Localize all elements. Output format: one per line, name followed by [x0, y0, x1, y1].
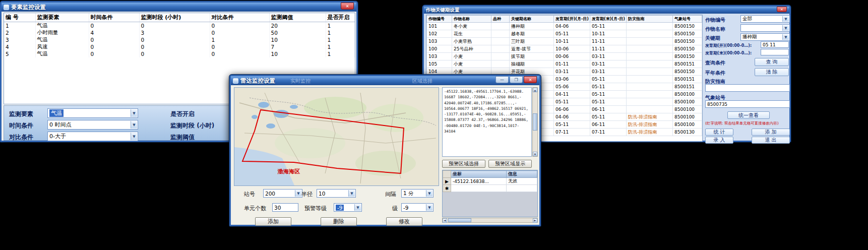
- header-row: 编 号监测要素时间条件监测时段 (小时)对比条件监测阈值是否开启: [4, 13, 355, 22]
- radius-select[interactable]: 10 ▼: [317, 189, 356, 198]
- table-cell: [627, 91, 673, 98]
- combo-value: -9: [403, 205, 408, 211]
- chevron-down-icon: ▼: [426, 204, 432, 211]
- scrollbar-thumb[interactable]: [533, 113, 537, 131]
- title-bar[interactable]: 雷达监控设置 实时监控 区域选择 — ❐ ✕: [231, 76, 539, 85]
- table-cell: 1: [326, 29, 355, 36]
- combo-value: -9: [336, 205, 344, 211]
- table-cell: 1: [326, 43, 355, 50]
- column-header: 对比条件: [210, 13, 269, 22]
- table-cell: 100: [427, 45, 452, 53]
- scrollbar-thumb[interactable]: [448, 218, 471, 222]
- table-row[interactable]: 5气温000101: [4, 50, 355, 57]
- maximize-button[interactable]: ❐: [510, 76, 523, 83]
- clear-button[interactable]: 清 除: [755, 68, 789, 76]
- table-row[interactable]: 4风速00071: [4, 43, 355, 50]
- title-bar[interactable]: 作物关键期设置 ✕: [424, 7, 789, 14]
- combo-value: 1 分: [403, 190, 414, 197]
- delete-button[interactable]: 删除: [321, 217, 357, 226]
- add-button[interactable]: 添 加: [752, 129, 790, 136]
- table-row[interactable]: 2小时雨量430501: [4, 29, 355, 36]
- disaster-guide-input[interactable]: [705, 84, 790, 92]
- table-row[interactable]: ▶-45122.16838...无效: [443, 178, 537, 185]
- table-cell: 8500100: [673, 91, 702, 98]
- unit-count-input[interactable]: 30: [272, 203, 298, 212]
- table-cell: 0: [210, 50, 269, 57]
- element-select[interactable]: 气温 ▼: [47, 108, 138, 118]
- close-button[interactable]: ✕: [777, 7, 787, 12]
- table-cell: 气温: [35, 50, 89, 57]
- table-cell: ▶: [443, 178, 451, 185]
- button-label: 预警区域显示: [495, 160, 525, 167]
- start-date-label: 发育期(开)(00:00-0…):: [705, 43, 752, 48]
- table-row[interactable]: 103小麦拔节期00-0603-118500150: [427, 53, 702, 60]
- grade-select[interactable]: -9 ▼: [401, 203, 433, 212]
- close-button[interactable]: ✕: [524, 76, 537, 83]
- window-title: 作物关键期设置: [426, 7, 460, 14]
- scroll-down-icon[interactable]: ▼: [533, 152, 537, 156]
- table-cell: 03-11: [590, 53, 627, 60]
- modify-button[interactable]: 修改: [386, 217, 422, 226]
- scrollbar-vertical[interactable]: ▲ ▼: [532, 87, 538, 157]
- scrollbar-horizontal[interactable]: ◀ ▶: [442, 218, 538, 223]
- table-cell: 103: [427, 53, 452, 60]
- table-cell: 04-11: [554, 91, 590, 98]
- station-id-input[interactable]: 8500735: [705, 100, 790, 108]
- normal-year-label: 平年条件: [705, 70, 725, 77]
- column-header: 作物编号: [427, 16, 452, 23]
- view-all-button[interactable]: 统一查看: [727, 111, 770, 119]
- input-record-button[interactable]: 录 入: [705, 137, 733, 144]
- exit-button[interactable]: 退 出: [752, 137, 790, 144]
- warning-level-select[interactable]: -9 ▼: [334, 203, 362, 212]
- lake: [258, 102, 269, 108]
- scroll-left-icon[interactable]: ◀: [443, 218, 447, 223]
- table-cell: 4: [4, 43, 35, 50]
- close-button[interactable]: ✕: [341, 3, 354, 10]
- table-row[interactable]: 10025号品种返青-拔节10-0611-118500150: [427, 45, 702, 53]
- key-period-select[interactable]: 播种期 ▼: [740, 33, 790, 41]
- table-cell: 8500150: [673, 38, 702, 45]
- table-cell: 防汛-排涝指南: [627, 113, 673, 121]
- show-region-button[interactable]: 预警区域显示: [488, 160, 532, 168]
- crop-name-select[interactable]: ▼: [740, 24, 790, 32]
- table-cell: 0: [210, 43, 269, 50]
- table-cell: 1: [210, 36, 269, 43]
- scroll-right-icon[interactable]: ▶: [533, 218, 537, 223]
- title-bar[interactable]: 要素监控设置 ✕: [2, 3, 356, 12]
- table-cell: [491, 30, 510, 38]
- scroll-up-icon[interactable]: ▲: [533, 88, 537, 92]
- table-row[interactable]: 1气温000201: [4, 22, 355, 29]
- coords-textarea[interactable]: -45122.16838,-49561.17704.1,-63988. 1668…: [442, 87, 532, 157]
- station-select[interactable]: 200 ▼: [263, 189, 302, 198]
- add-button[interactable]: 添加: [255, 217, 291, 226]
- table-cell: 06-06: [554, 106, 590, 113]
- combo-value: 10: [319, 191, 325, 197]
- table-row[interactable]: 101冬小麦播种期04-0605-118500150: [427, 23, 702, 30]
- warning-level-label: 预警等级: [304, 205, 327, 212]
- statistics-button[interactable]: 统 计: [705, 129, 733, 136]
- column-header: 时间条件: [89, 13, 139, 22]
- table-cell: [491, 53, 510, 60]
- start-date-input[interactable]: 05 11: [761, 41, 789, 48]
- table-row[interactable]: ✱: [443, 185, 537, 192]
- table-cell: 01-11: [554, 60, 590, 68]
- lake: [290, 105, 298, 109]
- chevron-down-icon: ▼: [131, 121, 137, 129]
- table-row[interactable]: 102花生越冬期05-1110-118500150: [427, 30, 702, 38]
- warning-region-map[interactable]: 渤海海区: [234, 87, 439, 186]
- crop-no-select[interactable]: 全部 ▼: [740, 15, 790, 23]
- interval-select[interactable]: 1 分 ▼: [401, 189, 433, 198]
- time-condition-select[interactable]: 0 时间点 ▼: [47, 120, 138, 130]
- table-row[interactable]: 3气温001101: [4, 36, 355, 43]
- query-button[interactable]: 查 询: [755, 58, 789, 66]
- select-region-button[interactable]: 预警区域选择: [442, 160, 485, 168]
- minimize-button[interactable]: —: [495, 76, 509, 83]
- chevron-down-icon: ▼: [354, 204, 361, 211]
- table-row[interactable]: 103小麦早熟三叶期10-1111-118500150: [427, 38, 702, 45]
- column-header: 监测要素: [35, 13, 89, 22]
- compare-condition-select[interactable]: 0-大于 ▼: [47, 132, 138, 141]
- table-cell: 0: [139, 50, 210, 57]
- map-canvas: 渤海海区: [234, 88, 439, 186]
- end-date-input[interactable]: [761, 49, 789, 55]
- table-row[interactable]: 105小麦抽穗期01-1103-118500151: [427, 60, 702, 68]
